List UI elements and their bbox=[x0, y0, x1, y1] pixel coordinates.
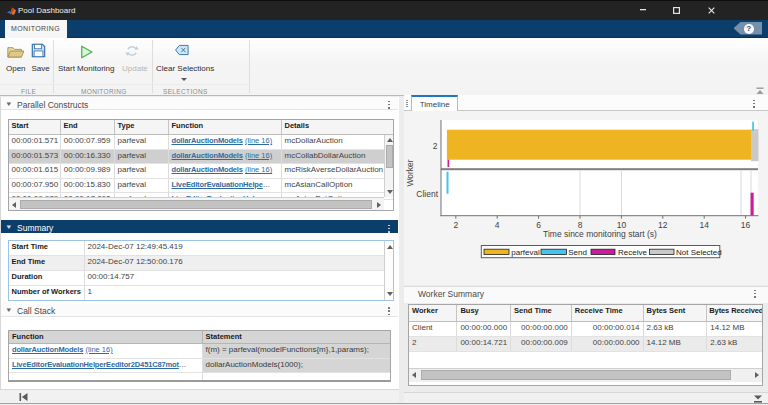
svg-text:16: 16 bbox=[741, 221, 751, 231]
svg-text:4: 4 bbox=[495, 221, 500, 231]
svg-text:Time since monitoring start (s: Time since monitoring start (s) bbox=[543, 230, 657, 240]
svg-text:Client: Client bbox=[416, 190, 438, 200]
svg-text:Receive: Receive bbox=[618, 248, 647, 257]
svg-text:Worker: Worker bbox=[405, 160, 415, 187]
svg-text:parfeval: parfeval bbox=[511, 248, 540, 257]
svg-text:6: 6 bbox=[536, 221, 541, 231]
svg-text:2: 2 bbox=[453, 221, 458, 231]
svg-text:12: 12 bbox=[658, 221, 668, 231]
svg-text:14: 14 bbox=[699, 221, 709, 231]
svg-text:Not Selected: Not Selected bbox=[676, 248, 722, 257]
svg-text:2: 2 bbox=[433, 142, 438, 152]
svg-text:Send: Send bbox=[568, 248, 587, 257]
